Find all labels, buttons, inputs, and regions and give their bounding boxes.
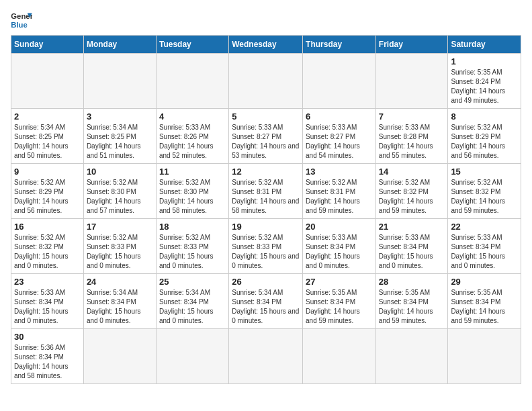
day-header-row: SundayMondayTuesdayWednesdayThursdayFrid… <box>11 36 521 54</box>
day-number: 18 <box>159 222 226 232</box>
day-cell: 29Sunrise: 5:35 AMSunset: 8:34 PMDayligh… <box>448 274 521 329</box>
day-number: 1 <box>451 56 518 66</box>
day-info: Sunrise: 5:33 AMSunset: 8:34 PMDaylight:… <box>306 233 373 271</box>
day-info: Sunrise: 5:34 AMSunset: 8:34 PMDaylight:… <box>159 288 226 326</box>
day-cell: 7Sunrise: 5:33 AMSunset: 8:28 PMDaylight… <box>375 109 448 164</box>
day-number: 10 <box>87 167 153 177</box>
day-number: 7 <box>379 111 445 122</box>
day-cell: 6Sunrise: 5:33 AMSunset: 8:27 PMDaylight… <box>303 109 376 164</box>
day-number: 26 <box>232 277 300 287</box>
header-day-saturday: Saturday <box>448 36 521 54</box>
header: General Blue <box>11 11 521 30</box>
day-info: Sunrise: 5:32 AMSunset: 8:31 PMDaylight:… <box>306 178 373 216</box>
week-row-4: 16Sunrise: 5:32 AMSunset: 8:32 PMDayligh… <box>11 219 521 274</box>
day-number: 21 <box>379 222 445 232</box>
day-cell: 12Sunrise: 5:32 AMSunset: 8:31 PMDayligh… <box>229 164 303 219</box>
day-info: Sunrise: 5:32 AMSunset: 8:29 PMDaylight:… <box>451 123 518 161</box>
day-cell: 30Sunrise: 5:36 AMSunset: 8:34 PMDayligh… <box>11 329 84 384</box>
day-number: 25 <box>159 277 226 287</box>
day-cell: 16Sunrise: 5:32 AMSunset: 8:32 PMDayligh… <box>11 219 84 274</box>
day-cell: 21Sunrise: 5:33 AMSunset: 8:34 PMDayligh… <box>375 219 448 274</box>
day-info: Sunrise: 5:32 AMSunset: 8:30 PMDaylight:… <box>159 178 226 216</box>
day-cell: 5Sunrise: 5:33 AMSunset: 8:27 PMDaylight… <box>229 109 303 164</box>
day-number: 2 <box>14 111 81 122</box>
day-number: 29 <box>451 277 518 287</box>
header-day-wednesday: Wednesday <box>229 36 303 54</box>
day-cell: 27Sunrise: 5:35 AMSunset: 8:34 PMDayligh… <box>303 274 376 329</box>
day-number: 11 <box>159 167 226 177</box>
day-info: Sunrise: 5:32 AMSunset: 8:32 PMDaylight:… <box>451 178 518 216</box>
day-number: 12 <box>232 167 300 177</box>
day-number: 15 <box>451 167 518 177</box>
day-info: Sunrise: 5:35 AMSunset: 8:34 PMDaylight:… <box>379 288 445 326</box>
day-info: Sunrise: 5:32 AMSunset: 8:30 PMDaylight:… <box>87 178 153 216</box>
day-cell: 22Sunrise: 5:33 AMSunset: 8:34 PMDayligh… <box>448 219 521 274</box>
day-cell <box>375 54 448 109</box>
calendar: SundayMondayTuesdayWednesdayThursdayFrid… <box>11 35 521 384</box>
week-row-2: 2Sunrise: 5:34 AMSunset: 8:25 PMDaylight… <box>11 109 521 164</box>
day-cell <box>229 54 303 109</box>
day-cell: 3Sunrise: 5:34 AMSunset: 8:25 PMDaylight… <box>83 109 156 164</box>
day-info: Sunrise: 5:33 AMSunset: 8:34 PMDaylight:… <box>379 233 445 271</box>
day-cell: 20Sunrise: 5:33 AMSunset: 8:34 PMDayligh… <box>303 219 376 274</box>
day-number: 27 <box>306 277 373 287</box>
day-number: 6 <box>306 111 373 122</box>
week-row-1: 1Sunrise: 5:35 AMSunset: 8:24 PMDaylight… <box>11 54 521 109</box>
day-cell <box>156 329 228 384</box>
day-cell: 28Sunrise: 5:35 AMSunset: 8:34 PMDayligh… <box>375 274 448 329</box>
day-cell: 18Sunrise: 5:32 AMSunset: 8:33 PMDayligh… <box>156 219 228 274</box>
week-row-3: 9Sunrise: 5:32 AMSunset: 8:29 PMDaylight… <box>11 164 521 219</box>
day-cell: 15Sunrise: 5:32 AMSunset: 8:32 PMDayligh… <box>448 164 521 219</box>
day-cell <box>303 54 376 109</box>
day-info: Sunrise: 5:34 AMSunset: 8:34 PMDaylight:… <box>87 288 153 326</box>
week-row-5: 23Sunrise: 5:33 AMSunset: 8:34 PMDayligh… <box>11 274 521 329</box>
day-info: Sunrise: 5:33 AMSunset: 8:26 PMDaylight:… <box>159 123 226 161</box>
day-number: 3 <box>87 111 153 122</box>
day-info: Sunrise: 5:35 AMSunset: 8:24 PMDaylight:… <box>451 68 518 105</box>
day-info: Sunrise: 5:32 AMSunset: 8:33 PMDaylight:… <box>232 233 300 271</box>
day-info: Sunrise: 5:35 AMSunset: 8:34 PMDaylight:… <box>451 288 518 326</box>
day-number: 13 <box>306 167 373 177</box>
day-cell: 11Sunrise: 5:32 AMSunset: 8:30 PMDayligh… <box>156 164 228 219</box>
day-cell: 19Sunrise: 5:32 AMSunset: 8:33 PMDayligh… <box>229 219 303 274</box>
day-cell <box>83 329 156 384</box>
day-cell: 1Sunrise: 5:35 AMSunset: 8:24 PMDaylight… <box>448 54 521 109</box>
day-number: 5 <box>232 111 300 122</box>
header-day-sunday: Sunday <box>11 36 84 54</box>
day-info: Sunrise: 5:32 AMSunset: 8:32 PMDaylight:… <box>379 178 445 216</box>
day-number: 9 <box>14 167 81 177</box>
day-cell: 26Sunrise: 5:34 AMSunset: 8:34 PMDayligh… <box>229 274 303 329</box>
day-info: Sunrise: 5:33 AMSunset: 8:27 PMDaylight:… <box>232 123 300 161</box>
day-cell: 4Sunrise: 5:33 AMSunset: 8:26 PMDaylight… <box>156 109 228 164</box>
day-number: 16 <box>14 222 81 232</box>
week-row-6: 30Sunrise: 5:36 AMSunset: 8:34 PMDayligh… <box>11 329 521 384</box>
day-cell <box>156 54 228 109</box>
day-info: Sunrise: 5:32 AMSunset: 8:31 PMDaylight:… <box>232 178 300 216</box>
day-number: 19 <box>232 222 300 232</box>
day-info: Sunrise: 5:32 AMSunset: 8:29 PMDaylight:… <box>14 178 81 216</box>
day-number: 22 <box>451 222 518 232</box>
logo-icon: General Blue <box>11 11 32 30</box>
day-cell: 10Sunrise: 5:32 AMSunset: 8:30 PMDayligh… <box>83 164 156 219</box>
header-day-thursday: Thursday <box>303 36 376 54</box>
day-cell <box>229 329 303 384</box>
day-number: 24 <box>87 277 153 287</box>
day-cell: 14Sunrise: 5:32 AMSunset: 8:32 PMDayligh… <box>375 164 448 219</box>
day-info: Sunrise: 5:33 AMSunset: 8:34 PMDaylight:… <box>451 233 518 271</box>
day-cell: 2Sunrise: 5:34 AMSunset: 8:25 PMDaylight… <box>11 109 84 164</box>
day-info: Sunrise: 5:32 AMSunset: 8:33 PMDaylight:… <box>87 233 153 271</box>
logo: General Blue <box>11 11 32 30</box>
svg-text:Blue: Blue <box>11 21 28 29</box>
day-cell: 13Sunrise: 5:32 AMSunset: 8:31 PMDayligh… <box>303 164 376 219</box>
day-number: 20 <box>306 222 373 232</box>
day-number: 28 <box>379 277 445 287</box>
day-cell <box>11 54 84 109</box>
day-info: Sunrise: 5:33 AMSunset: 8:28 PMDaylight:… <box>379 123 445 161</box>
header-day-monday: Monday <box>83 36 156 54</box>
day-cell <box>375 329 448 384</box>
day-info: Sunrise: 5:32 AMSunset: 8:32 PMDaylight:… <box>14 233 81 271</box>
header-day-friday: Friday <box>375 36 448 54</box>
day-info: Sunrise: 5:34 AMSunset: 8:34 PMDaylight:… <box>232 288 300 326</box>
day-info: Sunrise: 5:34 AMSunset: 8:25 PMDaylight:… <box>14 123 81 161</box>
day-info: Sunrise: 5:35 AMSunset: 8:34 PMDaylight:… <box>306 288 373 326</box>
